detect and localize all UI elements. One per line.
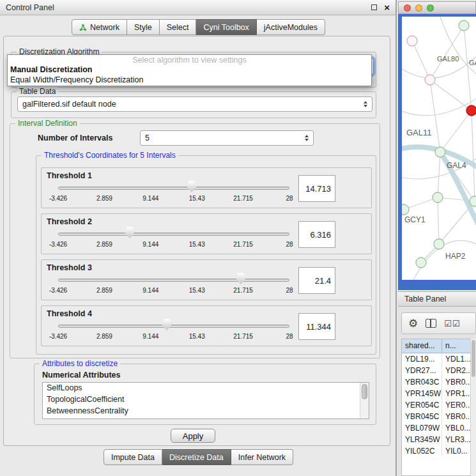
thresholds-coordinates-group: Threshold's Coordinates for 5 Intervals … bbox=[36, 155, 376, 355]
group-title: Table Data bbox=[17, 87, 58, 96]
network-view-frame: GAL80GAGAL11GAL4GCY1HAP2 bbox=[398, 14, 476, 290]
network-node[interactable] bbox=[433, 192, 443, 203]
table-data-combobox[interactable]: galFiltered.sif default node bbox=[17, 96, 372, 112]
tab-label: Impute Data bbox=[111, 453, 155, 462]
table-cell: YER054C bbox=[402, 399, 442, 411]
table-scrollbar[interactable] bbox=[470, 339, 476, 476]
tick-label: 28 bbox=[286, 195, 293, 202]
attributes-to-discretize-group: Attributes to discretize Numerical Attri… bbox=[34, 364, 376, 425]
network-node[interactable] bbox=[459, 20, 469, 31]
column-header[interactable]: shared... bbox=[402, 339, 442, 353]
threshold-panel-4: Threshold 4-3.4262.8599.14415.4321.71528… bbox=[41, 305, 372, 346]
minimize-traffic-light-icon[interactable] bbox=[415, 4, 422, 12]
dropdown-placeholder-item[interactable]: Select algorithm to view settings bbox=[8, 55, 371, 65]
network-node[interactable] bbox=[407, 36, 417, 46]
table-row[interactable]: YBR045CYBR0... bbox=[402, 411, 476, 422]
slider-thumb[interactable] bbox=[162, 319, 171, 330]
algorithm-dropdown-popup: Select algorithm to view settings Manual… bbox=[7, 54, 372, 86]
tab-cyni-toolbox[interactable]: Cyni Toolbox bbox=[196, 19, 256, 35]
tab-impute-data[interactable]: Impute Data bbox=[104, 449, 162, 465]
table-row[interactable]: YPR145WYPR1... bbox=[402, 388, 476, 399]
table-row[interactable]: YBL079WYBL0... bbox=[402, 422, 476, 434]
tick-label: 21.715 bbox=[233, 241, 253, 248]
tab-label: Infer Network bbox=[238, 453, 286, 462]
table-row[interactable]: YDR27...YDR2... bbox=[402, 365, 476, 376]
tick-label: -3.426 bbox=[49, 333, 67, 340]
table-cell: YLR345W bbox=[402, 434, 442, 445]
tick-label: 15.43 bbox=[189, 195, 205, 202]
attributes-scrollbar[interactable] bbox=[360, 383, 369, 418]
threshold-value-field[interactable]: 14.713 bbox=[298, 175, 335, 202]
table-row[interactable]: YER054CYER0... bbox=[402, 399, 476, 411]
apply-button[interactable]: Apply bbox=[171, 429, 215, 443]
attribute-item[interactable]: SelfLoops bbox=[43, 383, 369, 394]
node-label: GAL80 bbox=[437, 55, 459, 63]
table-panel: ⚙ ☑☑ shared... n... YDL19...YDL1...YDR27… bbox=[398, 307, 476, 476]
network-node[interactable] bbox=[425, 75, 435, 85]
threshold-panel-2: Threshold 2-3.4262.8599.14415.4321.71528… bbox=[41, 213, 372, 254]
network-node[interactable] bbox=[416, 257, 426, 268]
group-title: Attributes to discretize bbox=[40, 359, 120, 368]
network-node[interactable] bbox=[402, 204, 409, 215]
network-node[interactable] bbox=[466, 105, 476, 116]
combobox-value: 5 bbox=[145, 134, 150, 142]
tick-label: 28 bbox=[286, 287, 293, 294]
threshold-value-field[interactable]: 6.316 bbox=[298, 221, 335, 248]
threshold-value-field[interactable]: 21.4 bbox=[298, 267, 335, 294]
slider-track[interactable] bbox=[58, 187, 289, 190]
close-icon[interactable]: × bbox=[384, 3, 390, 12]
table-row[interactable]: YLR345WYLR3... bbox=[402, 434, 476, 445]
scrollbar-thumb[interactable] bbox=[472, 340, 475, 377]
network-node[interactable] bbox=[434, 239, 444, 249]
network-node[interactable] bbox=[470, 196, 476, 206]
slider-thumb[interactable] bbox=[236, 273, 245, 284]
select-checkboxes-icon[interactable]: ☑☑ bbox=[444, 319, 460, 328]
tick-label: 2.859 bbox=[96, 195, 112, 202]
tick-label: 15.43 bbox=[189, 241, 205, 248]
slider-track[interactable] bbox=[58, 325, 289, 328]
table-row[interactable]: YDL19...YDL1... bbox=[402, 353, 476, 365]
network-node[interactable] bbox=[435, 147, 445, 157]
node-label: GAL11 bbox=[406, 128, 432, 137]
tick-label: 9.144 bbox=[142, 333, 158, 340]
slider-track[interactable] bbox=[58, 233, 289, 236]
number-of-intervals-combobox[interactable]: 5 bbox=[140, 130, 314, 146]
table-row[interactable]: YIL052CYIL0... bbox=[402, 445, 476, 457]
zoom-traffic-light-icon[interactable] bbox=[427, 4, 434, 12]
slider-track[interactable] bbox=[58, 279, 289, 282]
threshold-value-field[interactable]: 11.344 bbox=[298, 313, 335, 340]
tab-infer-network[interactable]: Infer Network bbox=[231, 449, 293, 465]
tick-label: -3.426 bbox=[49, 241, 67, 248]
close-traffic-light-icon[interactable] bbox=[404, 4, 411, 12]
tab-style[interactable]: Style bbox=[127, 19, 160, 35]
network-edge bbox=[438, 197, 475, 201]
dropdown-option[interactable]: Equal Width/Frequency Discretization bbox=[8, 75, 371, 85]
combobox-spinner-icon[interactable] bbox=[360, 101, 367, 107]
network-canvas[interactable]: GAL80GAGAL11GAL4GCY1HAP2 bbox=[402, 17, 476, 280]
network-edge bbox=[430, 80, 472, 111]
table-cell: YDR27... bbox=[402, 365, 442, 376]
combobox-spinner-icon[interactable] bbox=[301, 135, 309, 141]
attribute-item[interactable]: BetweennessCentrality bbox=[43, 406, 369, 417]
threshold-panel-1: Threshold 1-3.4262.8599.14415.4321.71528… bbox=[41, 167, 372, 208]
bottom-tab-bar: Impute DataDiscretize DataInfer Network bbox=[0, 449, 397, 465]
network-window-titlebar[interactable] bbox=[398, 1, 476, 14]
gear-icon[interactable]: ⚙ bbox=[408, 318, 418, 329]
slider-thumb[interactable] bbox=[125, 227, 134, 238]
table-rows: YDL19...YDL1...YDR27...YDR2...YBR043CYBR… bbox=[402, 353, 476, 457]
attribute-item[interactable]: TopologicalCoefficient bbox=[43, 394, 369, 406]
tab-select[interactable]: Select bbox=[160, 19, 197, 35]
slider-thumb[interactable] bbox=[187, 181, 196, 192]
scrollbar-thumb[interactable] bbox=[362, 384, 367, 399]
tab-network[interactable]: Network bbox=[72, 19, 127, 35]
tab-discretize-data[interactable]: Discretize Data bbox=[162, 449, 231, 465]
float-window-icon[interactable] bbox=[371, 4, 377, 10]
table-row[interactable]: YBR043CYBR0... bbox=[402, 376, 476, 388]
tick-label: 21.715 bbox=[233, 333, 253, 340]
tab-label: Style bbox=[134, 23, 152, 32]
dropdown-option[interactable]: Manual Discretization bbox=[8, 65, 371, 75]
threshold-label: Threshold 2 bbox=[47, 217, 92, 226]
column-selector-icon[interactable] bbox=[426, 319, 436, 328]
tab-jactivemodules[interactable]: jActiveModules bbox=[257, 19, 325, 35]
numerical-attributes-list[interactable]: SelfLoopsTopologicalCoefficientBetweenne… bbox=[42, 382, 369, 419]
